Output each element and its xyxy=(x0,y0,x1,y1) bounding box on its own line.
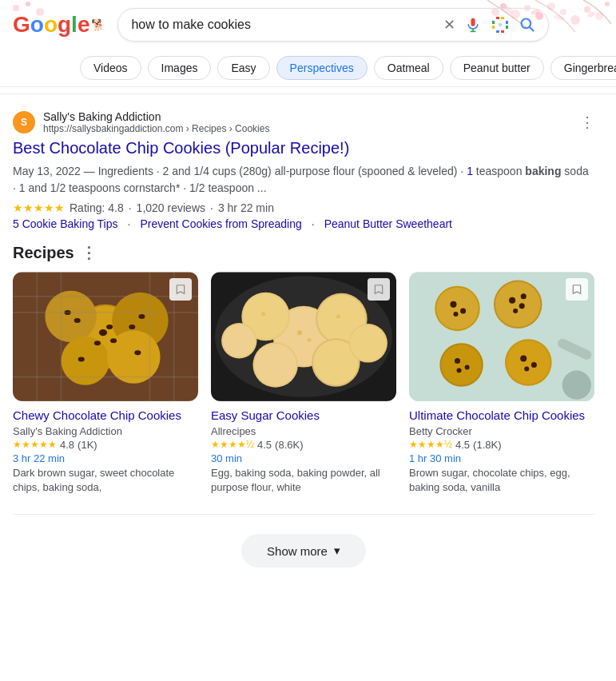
svg-point-87 xyxy=(465,364,470,369)
result-link-2[interactable]: Peanut Butter Sweetheart xyxy=(324,217,452,230)
rating-row: ★★★★★ Rating: 4.8 · 1,020 reviews · 3 hr… xyxy=(13,201,594,214)
svg-point-66 xyxy=(308,338,312,342)
rating-separator: · xyxy=(129,201,132,214)
recipe-bookmark-1[interactable] xyxy=(368,278,390,301)
recipe-stars-1: ★★★★½ xyxy=(211,439,254,450)
rating-value: Rating: 4.8 xyxy=(70,201,124,214)
recipe-time-2: 1 hr 30 min xyxy=(409,452,594,464)
clear-icon: ✕ xyxy=(443,16,455,34)
recipe-card-0[interactable]: Chewy Chocolate Chip Cookies Sally's Bak… xyxy=(13,272,198,495)
recipe-time-1: 30 min xyxy=(211,452,396,464)
recipe-title-0[interactable]: Chewy Chocolate Chip Cookies xyxy=(13,408,198,424)
svg-point-62 xyxy=(223,325,255,356)
svg-point-75 xyxy=(450,301,456,308)
search-button[interactable] xyxy=(519,17,535,33)
result-card: S Sally's Baking Addiction https://sally… xyxy=(13,110,594,230)
bookmark-icon-0 xyxy=(175,284,186,295)
recipe-rating-0: ★★★★★ 4.8 (1K) xyxy=(13,439,198,451)
search-icon xyxy=(519,17,535,33)
svg-point-91 xyxy=(520,355,527,361)
result-snippet: May 13, 2022 — Ingredients · 2 and 1/4 c… xyxy=(13,163,594,197)
svg-point-80 xyxy=(509,297,515,304)
search-input[interactable]: how to make cookies xyxy=(131,18,443,32)
google-logo: Google 🐕 xyxy=(13,12,105,38)
recipe-image-container-0 xyxy=(13,272,198,401)
svg-point-34 xyxy=(94,340,101,345)
recipe-bookmark-2[interactable] xyxy=(566,278,588,301)
show-more-button[interactable]: Show more ▾ xyxy=(241,534,366,568)
recipe-rating-1: ★★★★½ 4.5 (8.6K) xyxy=(211,439,396,451)
svg-point-79 xyxy=(495,282,540,327)
time-separator: · xyxy=(210,201,213,214)
result-link-0[interactable]: 5 Cookie Baking Tips xyxy=(13,217,118,230)
recipes-section-header: Recipes ⋮ xyxy=(13,243,594,262)
header: Google 🐕 how to make cookies ✕ xyxy=(0,0,616,50)
recipes-title: Recipes xyxy=(13,244,74,262)
svg-point-30 xyxy=(62,337,110,385)
chip-oatmeal[interactable]: Oatmeal xyxy=(374,56,443,80)
recipe-ingredients-2: Brown sugar, chocolate chips, egg, bakin… xyxy=(409,466,594,495)
show-more-chevron: ▾ xyxy=(334,544,340,558)
recipes-grid: Chewy Chocolate Chip Cookies Sally's Bak… xyxy=(13,272,594,495)
microphone-icon xyxy=(465,17,481,33)
recipe-title-1[interactable]: Easy Sugar Cookies xyxy=(211,408,396,424)
show-more-label: Show more xyxy=(267,544,328,558)
svg-point-22 xyxy=(499,23,503,27)
lens-button[interactable] xyxy=(491,15,510,34)
svg-point-40 xyxy=(78,356,85,361)
recipe-card-1[interactable]: Easy Sugar Cookies Allrecipes ★★★★½ 4.5 … xyxy=(211,272,396,495)
recipe-ingredients-0: Dark brown sugar, sweet chocolate chips,… xyxy=(13,466,198,495)
result-header: S Sally's Baking Addiction https://sally… xyxy=(13,110,594,134)
svg-point-93 xyxy=(524,367,529,372)
svg-point-33 xyxy=(110,338,117,343)
svg-point-77 xyxy=(453,312,458,317)
logo-icon: 🐕 xyxy=(91,18,105,31)
microphone-button[interactable] xyxy=(465,17,481,33)
search-icons: ✕ xyxy=(443,15,535,34)
recipes-more-icon[interactable]: ⋮ xyxy=(81,243,97,262)
svg-point-76 xyxy=(460,308,466,313)
result-links: 5 Cookie Baking Tips · Prevent Cookies f… xyxy=(13,217,594,230)
svg-point-90 xyxy=(507,340,550,384)
recipe-ingredients-1: Egg, baking soda, baking powder, all pur… xyxy=(211,466,396,495)
svg-point-81 xyxy=(519,303,525,309)
svg-point-85 xyxy=(441,344,481,384)
svg-point-31 xyxy=(107,330,161,384)
site-name: Sally's Baking Addiction xyxy=(43,110,572,123)
recipe-bookmark-0[interactable] xyxy=(169,278,192,301)
chip-videos[interactable]: Videos xyxy=(80,56,141,80)
svg-point-82 xyxy=(513,309,518,313)
recipe-time-0: 3 hr 22 min xyxy=(13,452,198,464)
site-favicon: S xyxy=(13,111,35,133)
filter-row: Videos Images Easy Perspectives Oatmeal … xyxy=(0,50,616,87)
recipe-source-0: Sally's Baking Addiction xyxy=(13,425,198,437)
svg-point-39 xyxy=(129,325,135,329)
svg-point-35 xyxy=(106,325,113,329)
clear-button[interactable]: ✕ xyxy=(443,16,455,34)
svg-point-72 xyxy=(562,371,591,400)
svg-point-92 xyxy=(531,362,537,368)
chip-gingerbread[interactable]: Gingerbread xyxy=(550,56,616,80)
result-link-1[interactable]: Prevent Cookies from Spreading xyxy=(140,217,301,230)
cook-time: 3 hr 22 min xyxy=(218,201,274,214)
result-more-icon[interactable]: ⋮ xyxy=(580,114,594,131)
svg-point-37 xyxy=(74,318,81,323)
recipe-stars-0: ★★★★★ xyxy=(13,439,57,450)
recipe-title-2[interactable]: Ultimate Chocolate Chip Cookies xyxy=(409,408,594,424)
svg-point-88 xyxy=(457,368,462,373)
chip-images[interactable]: Images xyxy=(148,56,212,80)
recipe-card-2[interactable]: Ultimate Chocolate Chip Cookies Betty Cr… xyxy=(409,272,594,495)
recipe-source-2: Betty Crocker xyxy=(409,425,594,437)
svg-line-24 xyxy=(530,27,534,31)
svg-point-83 xyxy=(521,293,527,299)
chip-perspectives[interactable]: Perspectives xyxy=(276,56,368,80)
chip-peanutbutter[interactable]: Peanut butter xyxy=(450,56,544,80)
svg-point-28 xyxy=(45,291,97,343)
result-title[interactable]: Best Chocolate Chip Cookies (Popular Rec… xyxy=(13,137,594,158)
recipe-rating-2: ★★★★½ 4.5 (1.8K) xyxy=(409,439,594,451)
recipe-stars-2: ★★★★½ xyxy=(409,439,452,450)
chip-easy[interactable]: Easy xyxy=(217,56,269,80)
svg-rect-18 xyxy=(471,18,475,26)
svg-point-64 xyxy=(351,325,386,360)
bottom-divider xyxy=(13,514,594,515)
